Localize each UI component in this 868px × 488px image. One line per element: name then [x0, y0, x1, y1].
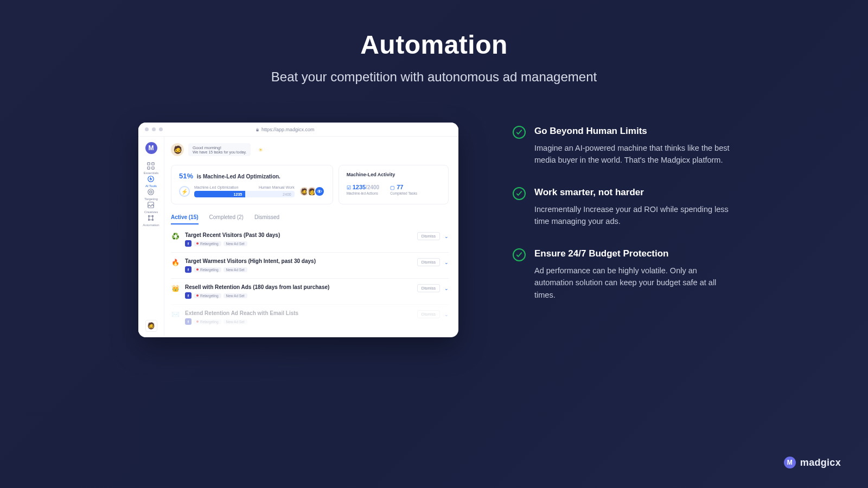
traffic-dot	[145, 127, 149, 131]
sidebar-item-targeting[interactable]: Targeting	[143, 188, 159, 201]
dismiss-button[interactable]: Dismiss	[417, 232, 440, 240]
dismiss-button[interactable]: Dismiss	[417, 258, 440, 266]
browser-window: https://app.madgicx.com M EssentialsAI T…	[138, 123, 458, 337]
app-logo: M	[145, 142, 157, 154]
nav-icon	[146, 188, 155, 196]
task-icon: 👑	[171, 285, 180, 292]
traffic-dot	[152, 127, 156, 131]
nav-icon	[146, 214, 155, 222]
page-title: Automation	[0, 30, 868, 60]
progress-fill: 1235	[194, 191, 245, 197]
tab-dismissed[interactable]: Dismissed	[254, 214, 279, 224]
greeting-card: Good morning! We have 15 tasks for you t…	[188, 143, 251, 156]
platform-badge-icon: f	[185, 292, 192, 299]
svg-point-12	[152, 219, 154, 220]
tasks-count: 77	[397, 184, 403, 190]
url-text: https://app.madgicx.com	[261, 127, 315, 132]
svg-rect-2	[152, 163, 154, 165]
svg-rect-1	[148, 163, 150, 165]
app-sidebar: M EssentialsAI ToolsTargetingCreativesAu…	[138, 137, 164, 337]
task-tag: Retargeting	[194, 293, 221, 298]
greeting-line2: We have 15 tasks for you today.	[193, 150, 246, 154]
svg-point-11	[149, 219, 150, 220]
sidebar-item-ai-tools[interactable]: AI Tools	[143, 175, 159, 188]
feature-title: Work smarter, not harder	[534, 187, 730, 198]
feature-item: Work smarter, not harderIncrementally In…	[513, 187, 730, 228]
eye-icon[interactable]: 👁	[314, 186, 325, 197]
svg-point-7	[150, 191, 152, 193]
task-tag: New Ad Set	[224, 319, 247, 324]
card-header: Machine-Led Activity	[347, 172, 441, 177]
tab-completed[interactable]: Completed (2)	[209, 214, 244, 224]
task-tag: New Ad Set	[224, 241, 247, 246]
bar-label-right: Human Manual Work	[259, 185, 295, 189]
bar-label-left: Machine-Led Optimization	[194, 185, 259, 189]
avatar[interactable]: 🧔	[145, 320, 157, 332]
feature-item: Go Beyond Human LimitsImagine an AI-powe…	[513, 126, 730, 166]
percent-label: is Machine-Led Ad Optimization.	[197, 174, 280, 179]
svg-point-6	[148, 189, 154, 195]
tasks-label: Completed Tasks	[390, 191, 417, 195]
task-list: ♻️Target Recent Visitors (Past 30 days)f…	[171, 227, 449, 330]
chevron-down-icon[interactable]: ⌄	[444, 286, 449, 291]
optimization-card: 51% is Machine-Led Ad Optimization. ⚡ Ma…	[171, 165, 333, 204]
platform-badge-icon: f	[185, 318, 192, 325]
task-title: Extend Retention Ad Reach with Email Lis…	[185, 310, 412, 316]
sidebar-item-automation[interactable]: Automation	[143, 214, 159, 227]
sun-icon: ☀	[258, 147, 263, 153]
browser-titlebar: https://app.madgicx.com	[138, 123, 458, 137]
platform-badge-icon: f	[185, 266, 192, 273]
avatar-stack: 🧔 👩 👁	[302, 186, 325, 197]
task-tag: New Ad Set	[224, 293, 247, 298]
chevron-down-icon[interactable]: ⌄	[444, 312, 449, 317]
actions-total: /2400	[366, 184, 379, 190]
task-title: Resell with Retention Ads (180 days from…	[185, 284, 412, 290]
progress-total: 2400	[283, 192, 291, 196]
feature-title: Go Beyond Human Limits	[534, 126, 730, 137]
avatar: 🧔	[171, 143, 184, 156]
actions-label: Machine-led Actions	[347, 191, 380, 195]
chevron-down-icon[interactable]: ⌄	[444, 234, 449, 239]
platform-badge-icon: f	[185, 240, 192, 247]
task-icon: 🔥	[171, 259, 180, 266]
folder-icon: ▢	[390, 185, 395, 190]
task-tag: Retargeting	[194, 267, 221, 272]
dismiss-button[interactable]: Dismiss	[417, 310, 440, 318]
task-title: Target Warmest Visitors (High Intent, pa…	[185, 258, 412, 264]
activity-card: Machine-Led Activity ☑1235/2400 Machine-…	[339, 165, 449, 204]
task-tag: New Ad Set	[224, 267, 247, 272]
feature-body: Ad performance can be highly volatile. O…	[534, 265, 730, 301]
progress-bar: 1235 2400	[194, 191, 295, 197]
brand-logo-icon: M	[784, 457, 796, 468]
feature-body: Imagine an AI-powered machine that think…	[534, 142, 730, 166]
feature-list: Go Beyond Human LimitsImagine an AI-powe…	[513, 123, 730, 301]
task-row: 🔥Target Warmest Visitors (High Intent, p…	[171, 252, 449, 278]
sidebar-item-essentials[interactable]: Essentials	[143, 162, 159, 175]
dismiss-button[interactable]: Dismiss	[417, 284, 440, 292]
lock-icon	[256, 127, 259, 131]
nav-icon	[146, 201, 155, 209]
task-title: Target Recent Visitors (Past 30 days)	[185, 232, 412, 238]
percent-value: 51%	[179, 172, 193, 180]
checklist-icon: ☑	[347, 185, 351, 190]
feature-title: Ensure 24/7 Budget Protection	[534, 248, 730, 259]
greeting-line1: Good morning!	[193, 145, 246, 150]
svg-rect-4	[152, 167, 154, 169]
task-row: ♻️Target Recent Visitors (Past 30 days)f…	[171, 227, 449, 252]
chevron-down-icon[interactable]: ⌄	[444, 260, 449, 265]
brand-mark: M madgicx	[784, 457, 841, 468]
nav-icon	[146, 175, 155, 183]
tab-active[interactable]: Active (15)	[171, 214, 199, 224]
check-icon	[513, 248, 526, 261]
feature-item: Ensure 24/7 Budget ProtectionAd performa…	[513, 248, 730, 301]
task-tabs: Active (15) Completed (2) Dismissed	[171, 214, 449, 224]
sidebar-item-creatives[interactable]: Creatives	[143, 201, 159, 214]
task-tag: Retargeting	[194, 319, 221, 324]
actions-count: 1235	[353, 184, 366, 190]
nav-icon	[146, 162, 155, 170]
brand-name: madgicx	[800, 457, 841, 468]
feature-body: Incrementally Increase your ad ROI while…	[534, 203, 730, 228]
traffic-dot	[159, 127, 163, 131]
task-tag: Retargeting	[194, 241, 221, 246]
check-icon	[513, 187, 526, 200]
